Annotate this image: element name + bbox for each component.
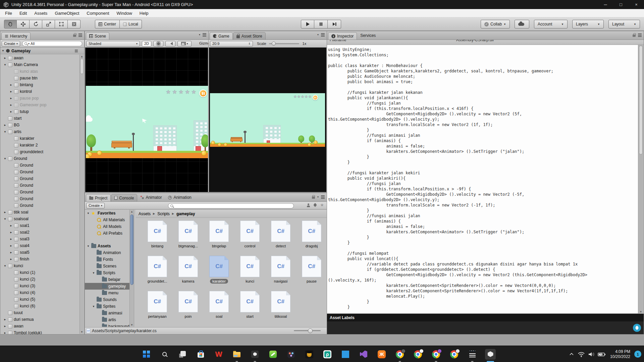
hierarchy-item[interactable]: kunci (4): [0, 289, 79, 296]
expand-arrow-icon[interactable]: [10, 244, 14, 247]
volume-icon[interactable]: [587, 351, 595, 358]
expand-arrow-icon[interactable]: [10, 231, 14, 234]
hierarchy-item[interactable]: pause pop: [0, 95, 79, 102]
scroll-up-icon[interactable]: ▲: [130, 210, 134, 213]
hierarchy-item[interactable]: Ground: [0, 195, 79, 202]
expand-arrow-icon[interactable]: [4, 63, 8, 66]
layers-dropdown[interactable]: Layers ▼: [572, 20, 604, 28]
taskbar-app-icon[interactable]: [159, 349, 170, 360]
project-tree-item[interactable]: All Materials: [85, 217, 129, 223]
taskbar-app-icon[interactable]: [358, 349, 369, 360]
project-create-button[interactable]: Create ▾: [86, 203, 105, 208]
asset-file[interactable]: bintang: [142, 221, 173, 256]
cloud-button[interactable]: [515, 20, 529, 28]
menu-item[interactable]: Help: [136, 9, 152, 17]
scene-menu-icon[interactable]: [75, 51, 78, 51]
expand-arrow-icon[interactable]: [92, 305, 97, 308]
chevron-down-icon[interactable]: ▾: [199, 33, 200, 36]
project-tree-item[interactable]: [85, 237, 129, 243]
asset-file[interactable]: kamera: [173, 256, 204, 291]
move-tool-button[interactable]: [17, 20, 30, 28]
hierarchy-item[interactable]: artis: [0, 128, 79, 135]
tab-asset-store[interactable]: Asset Store: [233, 32, 266, 40]
hierarchy-item[interactable]: Gameover pop: [0, 102, 79, 108]
taskbar-app-icon[interactable]: [286, 349, 297, 360]
taskbar-app-icon[interactable]: [250, 349, 260, 360]
taskbar-app-icon[interactable]: [394, 349, 405, 360]
pause-button[interactable]: [314, 20, 328, 28]
hierarchy-create-button[interactable]: Create ▾: [2, 41, 20, 47]
expand-arrow-icon[interactable]: [4, 157, 8, 160]
scene-row-gameplay[interactable]: ▼ Gameplay: [0, 48, 84, 54]
expand-arrow-icon[interactable]: [10, 251, 14, 254]
scroll-down-icon[interactable]: ▼: [80, 330, 84, 334]
expand-arrow-icon[interactable]: [87, 245, 91, 248]
hierarchy-item[interactable]: kunci (5): [0, 296, 79, 303]
collab-button[interactable]: ✓ Collab ▼: [481, 20, 510, 28]
lock-icon[interactable]: [312, 196, 315, 199]
hierarchy-item[interactable]: soal2: [0, 229, 79, 236]
rotate-tool-button[interactable]: [30, 20, 42, 28]
thumbnail-size-slider[interactable]: [294, 330, 321, 331]
aspect-ratio-dropdown[interactable]: 20:9 ⇕: [210, 41, 253, 47]
taskbar-app-icon[interactable]: [141, 349, 152, 360]
menu-item[interactable]: File: [1, 9, 16, 17]
project-tree-item[interactable]: gameplay: [85, 283, 129, 290]
project-tree-item[interactable]: belajar: [85, 276, 129, 283]
tab-game[interactable]: Game: [210, 32, 233, 40]
hierarchy-item[interactable]: grounddetect: [0, 148, 79, 155]
scroll-down-icon[interactable]: ▼: [638, 310, 643, 313]
taskbar-app-icon[interactable]: [449, 349, 460, 360]
taskbar-app-icon[interactable]: [413, 349, 423, 360]
project-tree-item[interactable]: background: [85, 323, 129, 327]
taskbar-app-icon[interactable]: [322, 349, 333, 360]
shading-mode-dropdown[interactable]: Shaded ▾: [86, 41, 140, 47]
taskbar-app-icon[interactable]: [213, 349, 224, 360]
breadcrumb-gameplay[interactable]: gameplay: [176, 212, 195, 216]
expand-arrow-icon[interactable]: [10, 83, 14, 86]
project-tree-item[interactable]: Assets: [85, 243, 129, 249]
taskbar-app-icon[interactable]: [231, 349, 242, 360]
effects-dropdown[interactable]: ▾: [177, 41, 192, 47]
account-dropdown[interactable]: Account ▼: [534, 20, 568, 28]
project-tree-item[interactable]: Scripts: [85, 269, 129, 276]
asset-file[interactable]: btngelap: [204, 221, 234, 256]
asset-file[interactable]: control: [234, 221, 265, 256]
hierarchy-item[interactable]: Ground: [0, 175, 79, 182]
project-tree-item[interactable]: menu: [85, 290, 129, 296]
expand-arrow-icon[interactable]: [4, 318, 8, 321]
asset-file[interactable]: grounddet...: [142, 256, 173, 291]
tab-animation[interactable]: Animation: [165, 193, 194, 201]
hierarchy-item[interactable]: awan: [0, 323, 79, 329]
hierarchy-item[interactable]: awan: [0, 55, 79, 61]
expand-arrow-icon[interactable]: [10, 224, 14, 227]
scene-viewport[interactable]: ★ ★ ★ ★ ★: [85, 48, 208, 192]
expand-arrow-icon[interactable]: [4, 264, 8, 267]
panel-menu-icon[interactable]: [321, 35, 325, 35]
hierarchy-item[interactable]: bintang: [0, 81, 79, 88]
project-tree-item[interactable]: Sprites: [85, 303, 129, 310]
hierarchy-item[interactable]: soal5: [0, 249, 79, 256]
project-tree-scrollbar[interactable]: ▲ ▼: [129, 210, 134, 327]
asset-file[interactable]: btgmanag...: [173, 221, 204, 256]
minimize-button[interactable]: ─: [598, 0, 613, 9]
tab-services[interactable]: Services: [357, 32, 379, 40]
lock-icon[interactable]: [73, 35, 76, 37]
taskbar-app-icon[interactable]: [340, 349, 351, 360]
hierarchy-item[interactable]: kontrol: [0, 88, 79, 95]
rotation-toggle-button[interactable]: Local: [120, 20, 142, 28]
menu-item[interactable]: Window: [113, 9, 136, 17]
project-search-input[interactable]: [168, 203, 294, 208]
favorites-star-icon[interactable]: ★: [320, 203, 324, 207]
expand-arrow-icon[interactable]: [10, 110, 14, 113]
hierarchy-item[interactable]: kunci (2): [0, 276, 79, 283]
expand-arrow-icon[interactable]: [4, 130, 8, 133]
hierarchy-item[interactable]: kunci (6): [0, 303, 79, 309]
hierarchy-item[interactable]: tutup: [0, 108, 79, 115]
project-tree-item[interactable]: All Models: [85, 223, 129, 230]
tray-expand-icon[interactable]: [568, 351, 575, 358]
hierarchy-item[interactable]: BG: [0, 122, 79, 128]
hierarchy-item[interactable]: Tombol (cekluk): [0, 329, 79, 334]
2d-toggle-button[interactable]: 2D: [142, 41, 151, 47]
transform-tool-button[interactable]: [68, 20, 80, 28]
